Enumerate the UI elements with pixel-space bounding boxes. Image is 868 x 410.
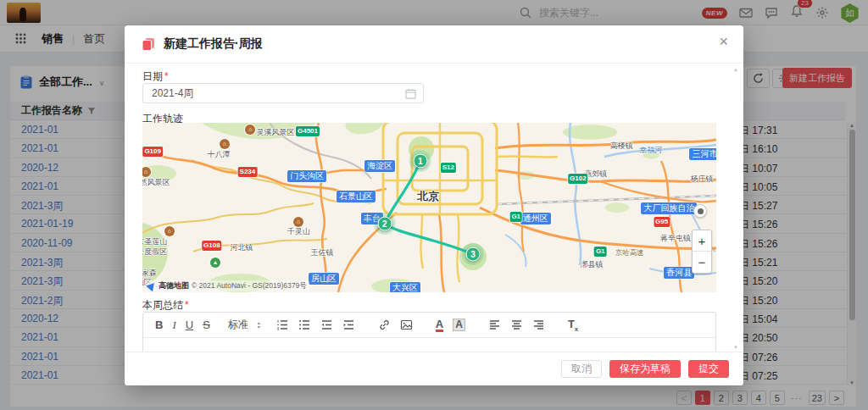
italic-button[interactable]: I: [172, 319, 175, 332]
save-draft-button[interactable]: 保存为草稿: [609, 360, 681, 378]
font-color-button[interactable]: A: [436, 319, 443, 332]
required-mark: *: [164, 70, 169, 82]
amap-logo-icon: [146, 280, 157, 291]
route-point-marker[interactable]: 1: [413, 154, 427, 169]
highlight-color-button[interactable]: A: [453, 319, 465, 331]
amap-brand: 高德地图: [159, 280, 189, 291]
work-route-polyline: [142, 123, 716, 292]
size-updown-icon[interactable]: ▴▾: [258, 321, 260, 330]
modal-title: 新建工作报告·周报: [164, 36, 263, 52]
route-point-marker[interactable]: 3: [465, 247, 480, 262]
date-input[interactable]: [152, 87, 405, 99]
editor-toolbar: B I U S 标准 ▴▾ A A: [143, 313, 715, 338]
zoom-in-button[interactable]: +: [693, 230, 711, 252]
app-screen: NEW 23 如 销售 | 首页 分析 线索 全部工作... ∨ 工作: [0, 0, 868, 410]
report-doc-icon: [142, 37, 155, 51]
route-point-marker[interactable]: 2: [377, 217, 392, 231]
link-button[interactable]: [378, 319, 391, 331]
summary-label: 本周总结: [142, 299, 183, 311]
align-left-button[interactable]: [488, 319, 501, 331]
font-size-select[interactable]: 标准: [228, 318, 248, 332]
indent-button[interactable]: [342, 319, 355, 331]
underline-button[interactable]: U: [186, 319, 193, 331]
modal-scroll-up-arrow[interactable]: ▲: [733, 67, 738, 72]
map-zoom-control: + −: [692, 230, 712, 274]
new-report-modal: 新建工作报告·周报 × ▲ ▼ 日期* 工作轨迹: [125, 25, 743, 385]
bullet-list-button[interactable]: [298, 319, 311, 331]
work-track-map[interactable]: 海淀区门头沟区石景山区丰台通州区三河市大厂回族自治香河县房山区大兴区北京灵溪风景…: [142, 123, 716, 292]
modal-header: 新建工作报告·周报 ×: [125, 25, 743, 64]
ordered-list-button[interactable]: [276, 319, 289, 331]
close-icon[interactable]: ×: [719, 34, 728, 49]
modal-footer: 取消 保存为草稿 提交: [125, 352, 743, 385]
align-right-button[interactable]: [532, 319, 545, 331]
calendar-icon[interactable]: [405, 88, 416, 99]
outdent-button[interactable]: [320, 319, 333, 331]
required-mark: *: [185, 299, 189, 311]
cancel-button[interactable]: 取消: [561, 360, 602, 378]
clear-format-button[interactable]: Tx: [568, 318, 578, 333]
map-layer-toggle-button[interactable]: [693, 204, 707, 218]
insert-image-button[interactable]: [400, 319, 413, 331]
align-center-button[interactable]: [510, 319, 523, 331]
modal-scroll-down-arrow[interactable]: ▼: [733, 345, 738, 350]
submit-button[interactable]: 提交: [688, 360, 729, 378]
strikethrough-button[interactable]: S: [203, 319, 210, 331]
map-copyright: © 2021 AutoNavi - GS(2019)6379号: [192, 281, 307, 291]
zoom-out-button[interactable]: −: [693, 252, 711, 273]
bold-button[interactable]: B: [155, 319, 163, 331]
date-label: 日期: [142, 70, 163, 82]
date-picker[interactable]: [142, 83, 424, 103]
map-attribution: 高德地图 © 2021 AutoNavi - GS(2019)6379号: [145, 280, 309, 291]
